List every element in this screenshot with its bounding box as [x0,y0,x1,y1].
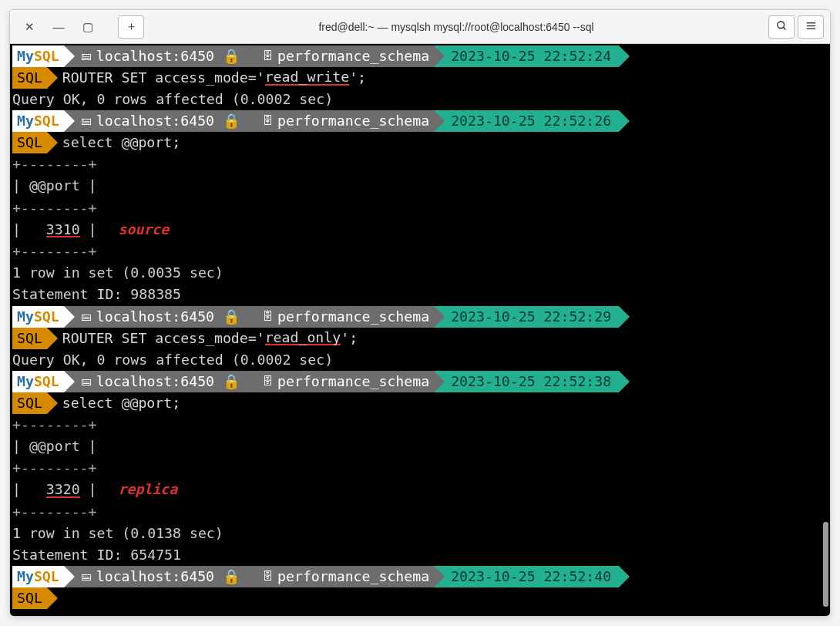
command-text: ROUTER SET access_mode='read_write'; [47,67,366,89]
timestamp-segment: 2023-10-25 22:52:29 [434,306,619,328]
table-border: +--------+ [12,153,830,175]
output-line: 1 row in set (0.0138 sec) [12,523,830,544]
server-icon: 🖴 [81,308,92,325]
lock-icon: 🔒 [223,45,240,67]
database-icon: 🗄 [262,568,273,585]
server-icon: 🖴 [81,373,92,390]
database-icon: 🗄 [262,373,273,390]
table-row: | 3320 |replica [12,479,830,500]
table-border: +--------+ [12,457,830,479]
hamburger-icon [805,20,817,34]
close-button[interactable]: ✕ [16,15,42,39]
output-line: Statement ID: 988385 [12,284,830,305]
output-line: Statement ID: 654751 [12,544,830,566]
annotation-source: source [119,221,170,237]
prompt-row: MySQL 🖴localhost:6450 🔒 🗄performance_sch… [12,306,830,328]
annotation-replica: replica [119,481,178,497]
search-icon [776,20,788,34]
brand-badge: MySQL [12,306,64,328]
sql-badge: SQL [12,392,47,414]
timestamp-segment: 2023-10-25 22:52:26 [434,110,619,132]
terminal-window: ✕ — ▢ ＋ fred@dell:~ — mysqlsh mysql://ro… [9,9,831,617]
server-icon: 🖴 [81,568,92,585]
brand-badge: MySQL [12,566,64,587]
prompt-row: MySQL 🖴localhost:6450 🔒 🗄performance_sch… [12,371,830,392]
table-border: +--------+ [12,197,830,219]
brand-badge: MySQL [12,45,64,67]
table-header: | @@port | [12,436,830,457]
sql-badge: SQL [12,132,47,153]
sql-badge: SQL [12,328,47,349]
host-segment: 🖴localhost:6450 🔒 [64,306,245,328]
minimize-button[interactable]: — [45,15,72,39]
table-border: +--------+ [12,414,830,436]
menu-button[interactable] [798,15,824,39]
output-line: Query OK, 0 rows affected (0.0002 sec) [12,349,830,371]
command-text: select @@port; [47,132,180,153]
output-line: 1 row in set (0.0035 sec) [12,262,830,284]
table-row: | 3310 |source [12,219,830,241]
lock-icon: 🔒 [223,110,240,132]
timestamp-segment: 2023-10-25 22:52:24 [434,45,619,67]
database-icon: 🗄 [262,308,273,325]
host-segment: 🖴localhost:6450 🔒 [64,45,245,67]
sql-input-row: SQL select @@port; [12,132,830,153]
window-title: fred@dell:~ — mysqlsh mysql://root@local… [147,21,765,33]
brand-badge: MySQL [12,371,64,392]
server-icon: 🖴 [81,113,92,130]
svg-line-1 [783,27,785,29]
schema-segment: 🗄performance_schema [245,45,434,67]
timestamp-segment: 2023-10-25 22:52:38 [434,371,619,392]
prompt-row: MySQL 🖴localhost:6450 🔒 🗄performance_sch… [12,566,830,587]
timestamp-segment: 2023-10-25 22:52:40 [434,566,619,587]
table-border: +--------+ [12,501,830,523]
new-tab-button[interactable]: ＋ [118,15,144,39]
brand-badge: MySQL [12,110,64,132]
sql-badge: SQL [12,587,47,609]
sql-input-row[interactable]: SQL [12,587,830,609]
sql-input-row: SQL ROUTER SET access_mode='read_write'; [12,67,830,89]
host-segment: 🖴localhost:6450 🔒 [64,110,245,132]
lock-icon: 🔒 [223,371,240,392]
sql-input-row: SQL select @@port; [12,392,830,414]
command-text: ROUTER SET access_mode='read_only'; [47,328,358,349]
database-icon: 🗄 [262,48,273,65]
prompt-row: MySQL 🖴localhost:6450 🔒 🗄performance_sch… [12,45,830,67]
database-icon: 🗄 [262,113,273,130]
host-segment: 🖴localhost:6450 🔒 [64,566,245,587]
host-segment: 🖴localhost:6450 🔒 [64,371,245,392]
terminal-body[interactable]: MySQL 🖴localhost:6450 🔒 🗄performance_sch… [10,44,830,616]
server-icon: 🖴 [81,48,92,65]
sql-badge: SQL [12,67,47,89]
titlebar: ✕ — ▢ ＋ fred@dell:~ — mysqlsh mysql://ro… [10,10,830,44]
search-button[interactable] [768,15,795,39]
schema-segment: 🗄performance_schema [245,371,434,392]
table-header: | @@port | [12,175,830,197]
prompt-row: MySQL 🖴localhost:6450 🔒 🗄performance_sch… [12,110,830,132]
schema-segment: 🗄performance_schema [245,110,434,132]
command-text: select @@port; [47,392,180,414]
lock-icon: 🔒 [223,306,240,328]
maximize-button[interactable]: ▢ [75,15,101,39]
table-border: +--------+ [12,241,830,262]
schema-segment: 🗄performance_schema [245,566,434,587]
schema-segment: 🗄performance_schema [245,306,434,328]
lock-icon: 🔒 [223,566,240,587]
svg-point-0 [777,21,784,28]
output-line: Query OK, 0 rows affected (0.0002 sec) [12,89,830,110]
sql-input-row: SQL ROUTER SET access_mode='read_only'; [12,328,830,349]
scrollbar-thumb[interactable] [823,522,828,607]
